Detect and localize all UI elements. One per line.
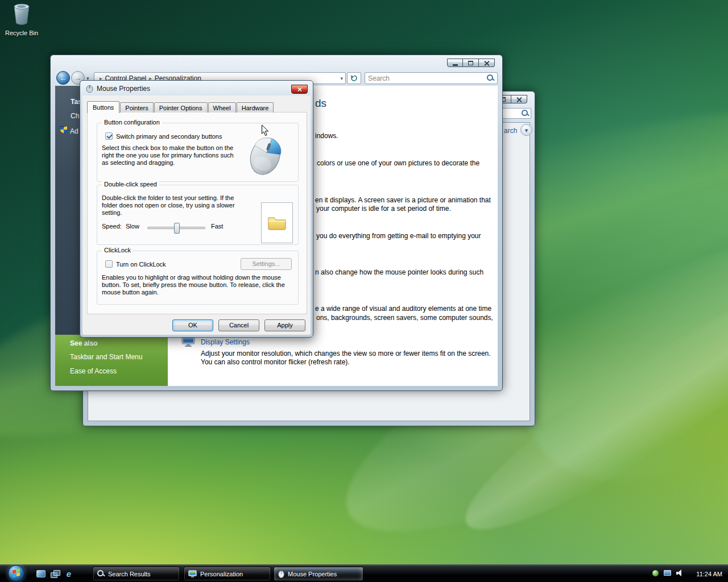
tray-status-icon[interactable]: [652, 570, 659, 576]
content-text-fragment: n also change how the mouse pointer look…: [315, 268, 483, 276]
close-button[interactable]: [479, 59, 495, 67]
taskbar-button-mouse-properties[interactable]: Mouse Properties: [274, 567, 363, 581]
dialog-body: Buttons Pointers Pointer Options Wheel H…: [82, 95, 311, 335]
switch-buttons-checkbox[interactable]: [105, 132, 113, 140]
display-settings-link[interactable]: Display Settings: [201, 338, 250, 346]
search-icon: [487, 74, 494, 82]
cursor-arrow-icon: [261, 124, 270, 136]
search-icon: [522, 110, 529, 117]
see-also-section: See also Taskbar and Start Menu Ease of …: [55, 335, 168, 386]
search-input[interactable]: [368, 74, 487, 82]
taskbar-button-label: Mouse Properties: [288, 571, 337, 577]
taskbar-button-personalization[interactable]: Personalization: [184, 567, 271, 581]
tab-wheel[interactable]: Wheel: [208, 102, 236, 113]
refresh-icon: [350, 74, 358, 82]
clicklock-label: Turn on ClickLock: [116, 261, 166, 268]
taskbar-button-search-results[interactable]: Search Results: [93, 567, 180, 581]
window-switcher-icon: [51, 570, 60, 578]
refresh-button[interactable]: [347, 72, 361, 84]
speed-label: Speed:: [102, 223, 122, 230]
start-button[interactable]: [8, 565, 24, 581]
display-settings-description: You can also control monitor flicker (re…: [201, 358, 350, 366]
sidebar-link-taskbar-start-menu[interactable]: Taskbar and Start Menu: [70, 353, 142, 361]
mouse-icon: [278, 570, 284, 578]
tray-volume-icon[interactable]: [676, 569, 684, 576]
display-settings-description: Adjust your monitor resolution, which ch…: [201, 350, 491, 357]
content-text-fragment: your computer is idle for a set period o…: [316, 205, 451, 213]
maximize-button[interactable]: [463, 59, 479, 67]
tab-pointers[interactable]: Pointers: [120, 102, 153, 113]
mouse-icon: [86, 84, 93, 93]
show-desktop-button[interactable]: [35, 568, 47, 579]
tab-strip: Buttons Pointers Pointer Options Wheel H…: [87, 101, 274, 113]
close-icon: [484, 60, 490, 66]
clicklock-description: Enables you to highlight or drag without…: [102, 274, 293, 296]
advanced-search-label: arch: [504, 127, 517, 135]
content-text-fragment: ons, backgrounds, screen savers, some co…: [316, 314, 493, 322]
buttons-tab-panel: Button configuration Switch primary and …: [87, 112, 307, 314]
close-button[interactable]: [291, 85, 308, 94]
double-click-description: Double-click the folder to test your set…: [102, 194, 238, 217]
button-configuration-description: Select this check box to make the button…: [102, 144, 237, 167]
tab-hardware[interactable]: Hardware: [237, 102, 274, 113]
clicklock-settings-button[interactable]: Settings...: [241, 258, 292, 270]
close-button[interactable]: [511, 95, 527, 103]
double-click-test-area[interactable]: [261, 202, 293, 243]
dialog-title: Mouse Properties: [97, 85, 150, 93]
minimize-button[interactable]: [447, 59, 463, 67]
mouse-properties-dialog: Mouse Properties Buttons Pointers Pointe…: [80, 80, 313, 338]
apply-button[interactable]: Apply: [264, 319, 305, 331]
tab-buttons[interactable]: Buttons: [87, 101, 119, 113]
personalization-icon: [188, 570, 197, 577]
recycle-bin-icon: [11, 2, 32, 26]
advanced-search-expander[interactable]: ▾: [520, 124, 532, 136]
recycle-bin-label: Recycle Bin: [3, 30, 40, 36]
close-icon: [516, 97, 522, 102]
system-tray: [652, 569, 684, 576]
content-text-fragment: e a wide range of visual and auditory el…: [315, 305, 491, 313]
window-caption-buttons: [447, 59, 495, 67]
window-switcher-button[interactable]: [49, 568, 61, 579]
group-label: Double-click speed: [102, 181, 159, 188]
internet-explorer-icon: e: [67, 569, 71, 579]
minimize-icon: [453, 64, 458, 66]
content-text-fragment: en it displays. A screen saver is a pict…: [315, 196, 491, 204]
sidebar-item-adjust-font-size[interactable]: Ad: [70, 127, 78, 135]
sidebar-link-ease-of-access[interactable]: Ease of Access: [70, 367, 117, 375]
close-icon: [297, 87, 302, 92]
search-icon: [97, 570, 105, 577]
test-folder-icon[interactable]: [267, 215, 287, 231]
clicklock-checkbox[interactable]: [105, 260, 113, 268]
slider-thumb[interactable]: [174, 223, 180, 234]
content-text-fragment: colors or use one of your own pictures t…: [317, 159, 479, 167]
fast-label: Fast: [211, 223, 223, 230]
ok-button[interactable]: OK: [172, 319, 213, 331]
group-label: Button configuration: [102, 119, 162, 126]
taskbar-button-label: Search Results: [108, 571, 151, 577]
taskbar-clock[interactable]: 11:24 AM: [696, 565, 722, 582]
double-click-speed-group: Double-click speed Double-click the fold…: [97, 185, 299, 245]
content-text-fragment: you do everything from getting e-mail to…: [316, 232, 481, 240]
cancel-button[interactable]: Cancel: [218, 319, 259, 331]
clicklock-group: ClickLock Turn on ClickLock Settings... …: [97, 251, 299, 305]
sidebar-item-change-desktop-icons[interactable]: Ch: [71, 112, 79, 120]
double-click-speed-slider[interactable]: [147, 227, 205, 229]
page-title-fragment: ds: [315, 97, 326, 110]
uac-shield-icon: [60, 125, 68, 134]
recycle-bin[interactable]: Recycle Bin: [3, 2, 40, 36]
windows-flag-icon: [13, 569, 21, 578]
slow-label: Slow: [126, 223, 139, 230]
button-configuration-group: Button configuration Switch primary and …: [97, 123, 299, 182]
maximize-icon: [468, 61, 473, 65]
internet-explorer-button[interactable]: e: [63, 568, 75, 579]
desktop: Recycle Bin arch ▾ ← → ▾ ▸: [0, 0, 728, 582]
search-box[interactable]: [365, 72, 498, 84]
back-button[interactable]: ←: [56, 71, 70, 85]
see-also-header: See also: [70, 339, 98, 347]
tab-pointer-options[interactable]: Pointer Options: [154, 102, 208, 113]
tray-display-icon[interactable]: [664, 570, 671, 576]
group-label: ClickLock: [102, 247, 133, 253]
address-dropdown-icon[interactable]: ▾: [340, 76, 343, 81]
switch-buttons-label: Switch primary and secondary buttons: [116, 133, 222, 140]
show-desktop-icon: [36, 570, 46, 577]
